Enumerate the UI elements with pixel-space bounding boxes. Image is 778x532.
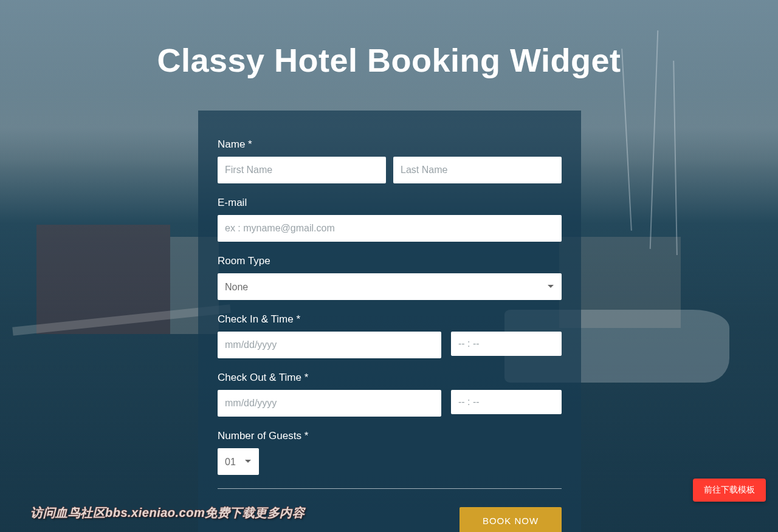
check-in-group: Check In & Time *: [218, 313, 562, 358]
email-input[interactable]: [218, 215, 562, 242]
email-group: E-mail: [218, 197, 562, 242]
room-type-group: Room Type None: [218, 255, 562, 300]
guests-group: Number of Guests * 01: [218, 430, 562, 475]
book-now-button[interactable]: BOOK NOW: [460, 507, 562, 532]
booking-form-card: Name * E-mail Room Type None Check In & …: [198, 111, 581, 532]
check-out-label: Check Out & Time *: [218, 372, 562, 384]
name-label: Name *: [218, 138, 562, 151]
first-name-input[interactable]: [218, 157, 386, 183]
watermark-text: 访问血鸟社区bbs.xieniao.com免费下载更多内容: [30, 505, 305, 521]
check-in-label: Check In & Time *: [218, 313, 562, 326]
download-template-button[interactable]: 前往下载模板: [693, 479, 766, 502]
page-title: Classy Hotel Booking Widget: [0, 41, 778, 79]
guests-label: Number of Guests *: [218, 430, 562, 442]
guests-select[interactable]: 01: [218, 448, 259, 475]
check-out-date-input[interactable]: [218, 390, 441, 417]
check-in-date-input[interactable]: [218, 332, 441, 358]
check-in-time-input[interactable]: [451, 332, 562, 356]
form-divider: [218, 488, 562, 489]
check-out-group: Check Out & Time *: [218, 372, 562, 417]
room-type-label: Room Type: [218, 255, 562, 267]
room-type-select[interactable]: None: [218, 273, 562, 300]
check-out-time-input[interactable]: [451, 390, 562, 414]
email-label: E-mail: [218, 197, 562, 209]
name-group: Name *: [218, 138, 562, 183]
last-name-input[interactable]: [393, 157, 562, 183]
